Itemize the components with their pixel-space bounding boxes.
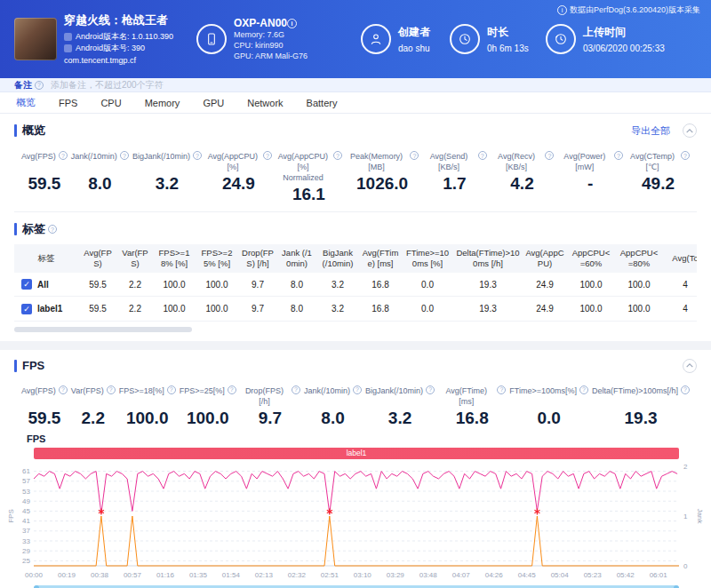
metric-value: 100.0 [180,409,236,428]
metric-label: Avg(Send)[KB/s]? [422,151,486,172]
table-cell: 4 [663,273,697,297]
metric-value: 24.9 [205,174,272,194]
divider [14,211,697,212]
tab-bar: 概览FPSCPUMemoryGPUNetworkBattery [0,92,711,114]
help-icon[interactable]: ? [478,151,487,160]
x-axis-tick: 05:04 [551,571,570,579]
person-icon [361,24,391,54]
chart-label-banner[interactable]: label1 [34,448,679,459]
table-cell: 100.0 [567,297,615,321]
help-icon[interactable]: ? [681,385,690,394]
x-axis-tick: 01:16 [156,571,175,579]
row-checkbox[interactable]: ✓ [21,279,32,290]
x-axis-tick: 06:01 [650,571,668,579]
column-header: FPS>=25% [%] [196,244,238,273]
metric-value: 8.0 [304,409,362,428]
bigjank-marker [534,508,539,514]
metric-value: 16.1 [276,185,342,204]
row-label: label1 [37,304,62,314]
device-info-icon[interactable]: i [287,19,297,28]
table-row: ✓label159.52.2100.0100.09.78.03.216.80.0… [14,297,697,321]
tab-fps[interactable]: FPS [59,98,77,108]
metric: Jank(/10min)?8.0 [69,151,131,204]
fps-title: FPS [22,359,44,372]
metric: Avg(FTime)[ms]?16.8 [436,385,507,428]
table-cell: 16.8 [359,297,402,321]
help-icon[interactable]: ? [263,151,272,160]
row-checkbox[interactable]: ✓ [21,304,32,314]
metric-value: 9.7 [240,409,300,428]
table-scrollbar[interactable] [14,327,192,332]
tab-cpu[interactable]: CPU [100,98,121,108]
table-cell: 100.0 [153,273,196,297]
table-cell: 0.0 [402,273,453,297]
table-cell: 24.9 [523,297,567,321]
help-icon[interactable]: ? [579,385,588,394]
table-cell: 9.7 [238,297,277,321]
help-icon[interactable]: ? [59,151,68,160]
y-axis-tick: 33 [22,536,30,544]
metric-label: Jank(/10min)? [71,151,129,172]
x-axis-tick: 00:57 [124,571,142,579]
fps-chart-svg[interactable]: 61575349454137332925210FPSJank00:0000:19… [7,461,704,585]
help-icon[interactable]: ? [120,151,129,160]
tab-battery[interactable]: Battery [307,98,338,108]
fps-chart-title: FPS [27,433,704,444]
help-icon[interactable]: ? [497,385,506,394]
help-icon[interactable]: ? [545,151,554,160]
tab-gpu[interactable]: GPU [203,98,224,108]
help-icon[interactable]: ? [333,151,342,160]
x-axis-tick: 00:19 [58,571,76,579]
android-icon [64,33,72,41]
upload-time-icon [546,24,576,54]
export-all-link[interactable]: 导出全部 [631,124,670,138]
column-header: Avg(FTime) [ms] [359,244,402,273]
duration-label: 时长 [487,25,529,40]
overview-collapse-button[interactable] [683,123,697,138]
help-icon[interactable]: ? [353,385,362,394]
help-icon[interactable]: ? [167,385,176,394]
y2-axis-tick: 1 [683,512,688,520]
help-icon[interactable]: ? [193,151,202,160]
metric-value: 8.0 [71,174,129,194]
tab-overview[interactable]: 概览 [16,96,36,109]
chevron-up-icon [685,362,694,369]
help-icon[interactable]: ? [614,151,623,160]
tab-network[interactable]: Network [247,98,283,108]
table-cell: 3.2 [316,297,359,321]
help-icon[interactable]: ? [410,151,419,160]
column-header: AppCPU<=60% [567,244,615,273]
perfdog-report-page: i 数据由PerfDog(3.6.200420)版本采集 穿越火线：枪战王者 A… [0,0,711,588]
help-icon[interactable]: ? [107,385,116,394]
column-header: FTime>=100ms [%] [402,244,453,273]
labels-help-icon[interactable]: ? [48,225,57,234]
note-input[interactable]: 备注 ? 添加备注，不超过200个字符 [0,78,711,92]
metric-value: 59.5 [21,174,68,194]
y-axis-tick: 37 [22,527,30,535]
help-icon[interactable]: ? [59,385,68,394]
upload-label: 上传时间 [583,25,665,40]
metric-value: 2.2 [71,409,116,428]
x-axis-tick: 02:32 [288,571,307,579]
metric-label: BigJank(/10min)? [365,385,435,407]
table-cell: 2.2 [117,297,153,321]
note-help-icon[interactable]: ? [35,81,44,90]
y-axis-tick: 29 [22,546,30,554]
device-model: OXP-AN00 [234,17,287,29]
help-icon[interactable]: ? [292,385,300,394]
overview-metrics: Avg(FPS)?59.5Jank(/10min)?8.0BigJank(/10… [20,151,691,204]
tab-memory[interactable]: Memory [145,98,180,108]
metric: FPS>=18[%]?100.0 [117,385,178,428]
phone-icon [196,24,227,54]
column-header: Avg(FPS) [78,244,117,273]
help-icon[interactable]: ? [426,385,435,394]
metric: Avg(Send)[KB/s]?1.7 [420,151,488,204]
fps-collapse-button[interactable] [683,359,697,373]
bigjank-marker [99,508,104,514]
fps-chart: FPS label1 61575349454137332925210FPSJan… [7,433,704,588]
table-cell: 100.0 [196,273,238,297]
help-icon[interactable]: ? [228,385,236,394]
metric-value: 3.2 [132,174,202,194]
help-icon[interactable]: ? [681,151,690,160]
device-cpu: CPU: kirin990 [234,40,308,51]
